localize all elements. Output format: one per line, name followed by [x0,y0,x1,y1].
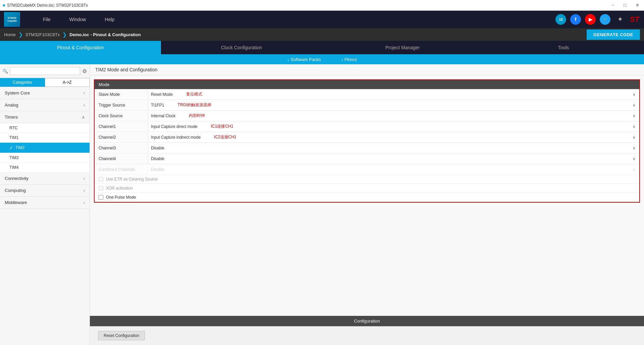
channel4-label: Channel4 [95,154,148,163]
config-row-channel3: Channel3 Disable ∨ [95,143,639,153]
reset-area: Reset Configuration [90,326,644,345]
sidebar-item-tim1[interactable]: TIM1 [0,133,90,143]
tab-tools[interactable]: Tools [483,41,644,54]
channel1-value[interactable]: Input Capture direct mode IC1连接CH1 [148,122,631,131]
trigger-source-cn: TRGI的触发源选择 [177,102,211,108]
channel2-value[interactable]: Input Capture indirect mode IC2连接CH1 [148,133,631,141]
app-icon: ■ [3,3,5,8]
sidebar-item-analog[interactable]: Analog › [0,99,90,111]
use-etr-checkbox[interactable] [99,177,103,182]
config-row-channel1: Channel1 Input Capture direct mode IC1连接… [95,121,639,132]
slave-mode-text: Reset Mode [151,92,173,97]
channel2-label: Channel2 [95,133,148,142]
tab-pinout[interactable]: Pinout & Configuration [0,41,161,54]
facebook-icon[interactable]: f [570,14,581,25]
one-pulse-label: One Pulse Mode [106,195,136,200]
breadcrumb-home[interactable]: Home [4,32,16,37]
mode-header: Mode [95,80,639,89]
minimize-button[interactable]: − [610,2,616,8]
breadcrumb-current: Demo.ioc - Pinout & Configuration [69,32,141,37]
sub-tab-software-packs[interactable]: ↓ Software Packs [287,57,321,62]
combined-channels-dropdown-arrow: ∨ [631,167,637,172]
sidebar-item-timers[interactable]: Timers ∧ [0,111,90,123]
channel3-dropdown-arrow[interactable]: ∨ [631,146,637,150]
youtube-icon[interactable]: ▶ [585,14,596,25]
slave-mode-label: Slave Mode [95,90,148,99]
sidebar-item-middleware[interactable]: Middleware › [0,197,90,209]
sidebar-label-timers: Timers [5,115,18,120]
content-spacer [90,207,644,316]
sub-tab-pinout[interactable]: ↓ Pinout [341,57,357,62]
xor-label: XOR activation [106,186,133,191]
search-input[interactable] [10,67,80,75]
config-row-slave-mode: Slave Mode Reset Mode 复位模式 ∨ [95,89,639,100]
config-row-channel4: Channel4 Disable ∨ [95,153,639,164]
sidebar-item-tim4[interactable]: TIM4 [0,163,90,172]
chevron-right-icon: › [84,91,85,95]
slave-mode-value[interactable]: Reset Mode 复位模式 [148,90,631,98]
trigger-source-dropdown-arrow[interactable]: ∨ [631,103,637,108]
chevron-right-icon: › [84,176,85,181]
tab-project[interactable]: Project Manager [322,41,483,54]
rtc-label: RTC [9,126,17,130]
sidebar-item-connectivity[interactable]: Connectivity › [0,172,90,185]
xor-checkbox[interactable] [99,186,103,191]
sidebar-item-computing[interactable]: Computing › [0,185,90,197]
sidebar-label-system-core: System Core [5,90,30,95]
logo-area: STM32 CubeMX [4,12,20,27]
menu-window[interactable]: Window [67,15,89,23]
sidebar: 🔍 ⚙ Categories A->Z System Core › Analog… [0,64,90,345]
configuration-header: Configuration [90,316,644,326]
slave-mode-dropdown-arrow[interactable]: ∨ [631,92,637,97]
settings-icon[interactable]: ⚙ [82,68,87,74]
maximize-button[interactable]: □ [622,2,628,8]
menu-file[interactable]: File [40,15,53,23]
channel2-dropdown-arrow[interactable]: ∨ [631,135,637,140]
channel1-dropdown-arrow[interactable]: ∨ [631,124,637,129]
filter-az[interactable]: A->Z [45,78,90,87]
channel4-value[interactable]: Disable [148,155,631,162]
twitter-icon[interactable]: 🐦 [600,14,610,25]
trigger-source-value[interactable]: TI1FP1 TRGI的触发源选择 [148,101,631,109]
channel3-text: Disable [151,146,164,150]
clock-source-value[interactable]: Internal Clock 内部时钟 [148,112,631,120]
sidebar-item-tim3[interactable]: TIM3 [0,153,90,163]
tim4-label: TIM4 [9,165,18,170]
channel3-value[interactable]: Disable [148,144,631,152]
one-pulse-checkbox[interactable] [99,195,103,200]
menu-help[interactable]: Help [102,15,117,23]
clock-source-dropdown-arrow[interactable]: ∨ [631,114,637,118]
sidebar-item-tim2[interactable]: ✓ TIM2 [0,143,90,153]
sidebar-label-middleware: Middleware [5,200,27,205]
breadcrumb-chip[interactable]: STM32F103C8Tx [25,32,60,37]
config-row-channel2: Channel2 Input Capture indirect mode IC2… [95,132,639,143]
content-area: TIM2 Mode and Configuration Mode Slave M… [90,64,644,345]
sidebar-label-connectivity: Connectivity [5,176,29,181]
combined-channels-label: Combined Channels [95,165,148,174]
close-button[interactable]: ✕ [634,2,641,8]
combined-channels-value: Disable [148,166,631,173]
sidebar-label-analog: Analog [5,102,18,108]
generate-code-button[interactable]: GENERATE CODE [587,29,640,40]
anniversary-icon: 10 [555,14,566,25]
content-title: TIM2 Mode and Configuration [90,64,644,75]
chevron-right-icon: › [84,200,85,205]
checkbox-row-one-pulse: One Pulse Mode [95,193,639,202]
channel2-text: Input Capture indirect mode [151,135,201,140]
tim1-label: TIM1 [9,135,18,140]
sidebar-item-system-core[interactable]: System Core › [0,87,90,99]
breadcrumb-sep1: ❯ [18,31,23,38]
title-text: STM32CubeMX Demo.ioc: STM32F103C8Tx [7,3,88,8]
tab-clock[interactable]: Clock Configuration [161,41,322,54]
search-icon: 🔍 [3,69,8,74]
main-content: 🔍 ⚙ Categories A->Z System Core › Analog… [0,64,644,345]
sidebar-item-rtc[interactable]: RTC [0,123,90,133]
trigger-source-label: Trigger Source [95,101,148,110]
filter-categories[interactable]: Categories [0,78,45,87]
channel4-dropdown-arrow[interactable]: ∨ [631,156,637,161]
timers-sub-items: RTC TIM1 ✓ TIM2 TIM3 TIM4 [0,123,90,172]
app-logo: STM32 CubeMX [4,12,20,27]
clock-source-label: Clock Source [95,112,148,120]
reset-configuration-button[interactable]: Reset Configuration [98,331,145,340]
network-icon[interactable]: ✦ [614,14,625,25]
